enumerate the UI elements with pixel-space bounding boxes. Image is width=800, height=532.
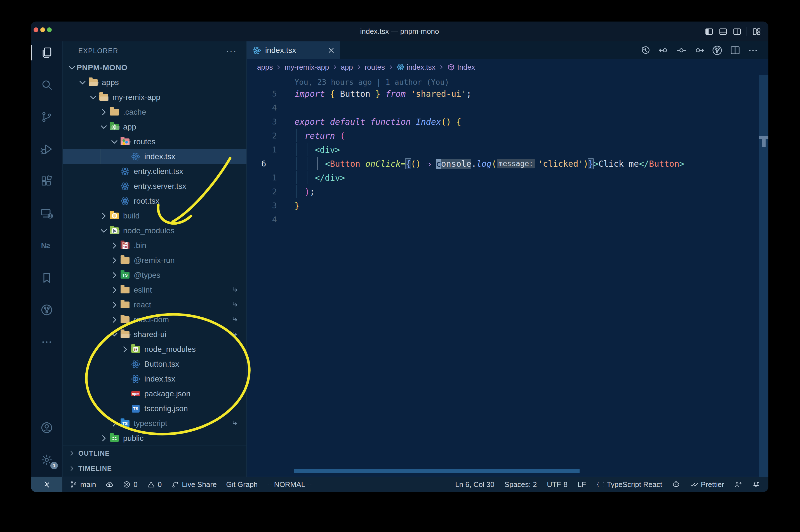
folder-build-icon: [110, 213, 119, 219]
tree-item-label: entry.server.tsx: [134, 182, 186, 191]
activity-search[interactable]: [31, 74, 62, 96]
tab-index-tsx[interactable]: index.tsx: [247, 41, 340, 59]
breadcrumb-app[interactable]: app: [341, 63, 353, 72]
code-line: 1 <div>: [247, 142, 768, 157]
breadcrumb-apps[interactable]: apps: [257, 63, 273, 72]
status-prettier[interactable]: Prettier: [690, 480, 724, 489]
status-encoding[interactable]: UTF-8: [547, 480, 568, 489]
tree-item-apps[interactable]: apps: [63, 75, 246, 90]
activity-run-and-debug[interactable]: [31, 138, 62, 160]
tree-item-my-remix-app[interactable]: my-remix-app: [63, 90, 246, 104]
chevron-down-icon: [99, 226, 109, 235]
remote-icon: [42, 480, 51, 489]
vertical-scrollbar[interactable]: [759, 75, 768, 477]
tree-item-entry.client.tsx[interactable]: entry.client.tsx: [63, 164, 246, 179]
code-editor[interactable]: You, 23 hours ago | 1 author (You) 5impo…: [247, 75, 768, 477]
status-errors[interactable]: 0: [123, 480, 137, 489]
tree-item-.bin[interactable]: 0110.bin: [63, 238, 246, 253]
breadcrumb-index[interactable]: Index: [447, 63, 475, 72]
activity-extensions[interactable]: [31, 170, 62, 192]
tree-item-eslint[interactable]: eslint: [63, 283, 246, 297]
history-icon[interactable]: [640, 45, 651, 56]
bookmarks-icon: [41, 271, 53, 284]
status-eol[interactable]: LF: [578, 480, 586, 489]
react-icon: [252, 46, 261, 55]
tree-item-index.tsx[interactable]: index.tsx: [63, 372, 246, 386]
nav-dot-icon[interactable]: [676, 45, 687, 56]
code-line: 3}: [247, 198, 768, 213]
tree-item-package.json[interactable]: npmpackage.json: [63, 386, 246, 401]
split-icon[interactable]: [730, 45, 740, 56]
chevron-right-icon: [99, 211, 109, 221]
status-sync-changes[interactable]: [106, 480, 113, 488]
layout-right-icon[interactable]: [732, 27, 742, 36]
tree-item-app[interactable]: app: [63, 119, 246, 134]
tree-item-index.tsx[interactable]: index.tsx: [63, 149, 246, 164]
activity-accounts[interactable]: [31, 417, 62, 439]
chevron-right-icon: [110, 255, 119, 265]
tree-item-label: typescript: [134, 419, 167, 428]
breadcrumb-routes[interactable]: routes: [365, 63, 385, 72]
tree-item-shared-ui[interactable]: shared-ui: [63, 327, 246, 342]
timeline-section[interactable]: TIMELINE: [63, 461, 246, 476]
tree-item-root.tsx[interactable]: root.tsx: [63, 193, 246, 208]
chevron-right-icon: [120, 345, 130, 354]
timeline-label: TIMELINE: [78, 464, 112, 472]
layout-left-icon[interactable]: [705, 27, 713, 36]
npm-icon: npm: [131, 391, 140, 396]
activity-explorer[interactable]: [31, 41, 62, 64]
layout-grid-icon[interactable]: [752, 27, 761, 36]
activity-source-control[interactable]: [31, 106, 62, 128]
tree-item-label: node_modules: [123, 226, 174, 235]
tree-item-public[interactable]: public: [63, 431, 246, 445]
chevron-down-icon: [89, 93, 98, 102]
bell-icon: [752, 480, 760, 488]
tree-item-@types[interactable]: TS@types: [63, 268, 246, 283]
status-language-mode[interactable]: { }TypeScript React: [596, 480, 662, 489]
activity-settings[interactable]: 1: [31, 449, 62, 471]
activity-remote-explorer[interactable]: [31, 202, 62, 225]
status-feedback[interactable]: [734, 480, 742, 488]
remote-indicator[interactable]: [31, 477, 62, 492]
tree-item-entry.server.tsx[interactable]: entry.server.tsx: [63, 179, 246, 193]
more-icon[interactable]: [748, 45, 758, 56]
tree-item-node_modules[interactable]: jsnode_modules: [63, 223, 246, 238]
layout-bottom-icon[interactable]: [719, 27, 727, 36]
nav-back-icon[interactable]: [658, 45, 669, 56]
explorer-more-actions[interactable]: ···: [226, 48, 237, 54]
close-icon[interactable]: [327, 46, 335, 54]
activity-git-graph[interactable]: [31, 299, 62, 321]
status-cursor-position[interactable]: Ln 6, Col 30: [455, 480, 494, 489]
git-graph-icon[interactable]: [712, 45, 723, 56]
activity-additional-views[interactable]: [31, 331, 62, 353]
status-vim-mode[interactable]: -- NORMAL --: [267, 480, 311, 489]
outline-section[interactable]: OUTLINE: [63, 445, 246, 461]
status-live-share[interactable]: Live Share: [171, 480, 216, 489]
tree-item-react-dom[interactable]: react-dom: [63, 312, 246, 327]
tree-item-tsconfig.json[interactable]: TStsconfig.json: [63, 401, 246, 416]
nav-fwd-icon[interactable]: [694, 45, 705, 56]
status-notifications[interactable]: [752, 480, 760, 488]
breadcrumb-my-remix-app[interactable]: my-remix-app: [284, 63, 329, 72]
status-warnings[interactable]: 0: [147, 480, 162, 489]
status-git-branch[interactable]: main: [70, 480, 96, 489]
tree-item-button.tsx[interactable]: Button.tsx: [63, 357, 246, 372]
tree-item-.cache[interactable]: .cache: [63, 104, 246, 119]
status-git-graph[interactable]: Git Graph: [226, 480, 258, 489]
status-indentation[interactable]: Spaces: 2: [504, 480, 537, 489]
tree-item-build[interactable]: build: [63, 208, 246, 223]
breadcrumb-index.tsx[interactable]: index.tsx: [397, 63, 436, 72]
chevron-right-icon: [388, 64, 394, 70]
tree-item-typescript[interactable]: TStypescript: [63, 416, 246, 431]
activity-bookmarks[interactable]: [31, 267, 62, 289]
activity-nx-console[interactable]: N≥: [31, 234, 62, 257]
horizontal-scrollbar[interactable]: [294, 469, 579, 473]
status-copilot[interactable]: [672, 480, 680, 488]
window-title: index.tsx — pnpm-mono: [31, 21, 768, 41]
tree-item-node_modules[interactable]: jsnode_modules: [63, 342, 246, 357]
tree-item-react[interactable]: react: [63, 297, 246, 312]
error-icon: [123, 480, 131, 488]
tree-item-@remix-run[interactable]: @remix-run: [63, 253, 246, 268]
tree-item-pnpm-mono[interactable]: PNPM-MONO: [63, 60, 246, 75]
tree-item-routes[interactable]: routes: [63, 134, 246, 149]
